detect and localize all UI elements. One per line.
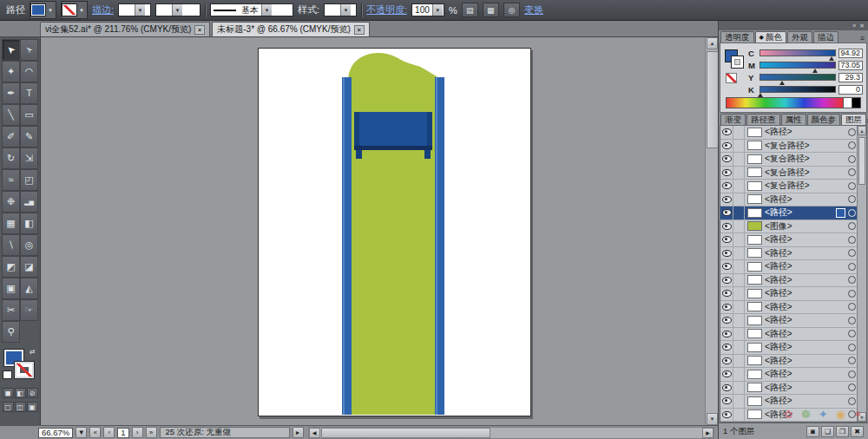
layer-row[interactable]: <路径> bbox=[720, 247, 866, 261]
delete-layer-button[interactable]: ✖ bbox=[851, 426, 864, 437]
slider-track[interactable] bbox=[760, 49, 836, 56]
transform-link[interactable]: 变换 bbox=[524, 3, 543, 16]
layer-row[interactable]: <路径> bbox=[720, 341, 866, 355]
hscroll-thumb[interactable] bbox=[321, 428, 491, 438]
pen-tool[interactable]: ✒ bbox=[2, 82, 20, 104]
prev-page-button[interactable]: ‹ bbox=[103, 427, 115, 438]
chevron-down-icon[interactable]: ▼ bbox=[46, 8, 55, 13]
color-button[interactable]: ◼ bbox=[3, 388, 14, 398]
fill-swatch[interactable] bbox=[31, 4, 45, 16]
visibility-toggle[interactable] bbox=[720, 233, 733, 246]
visibility-toggle[interactable] bbox=[720, 328, 733, 341]
new-sublayer-button[interactable]: ❏ bbox=[821, 426, 834, 437]
symbol-sprayer-tool[interactable]: ❉ bbox=[2, 191, 20, 213]
target-icon[interactable] bbox=[848, 168, 856, 176]
slider-value-field[interactable]: 29.3 bbox=[838, 73, 863, 82]
standard-screen-mode-button[interactable]: ▢ bbox=[3, 402, 14, 412]
none-icon[interactable] bbox=[726, 73, 737, 83]
layer-row[interactable]: <路径> bbox=[720, 301, 866, 315]
layer-row[interactable]: <复合路径> bbox=[720, 180, 866, 193]
visibility-toggle[interactable] bbox=[720, 368, 733, 381]
scale-tool[interactable]: ⇲ bbox=[20, 147, 38, 169]
target-icon[interactable] bbox=[848, 290, 856, 298]
lock-cell[interactable] bbox=[733, 287, 745, 300]
target-icon[interactable] bbox=[848, 182, 856, 190]
lock-cell[interactable] bbox=[733, 193, 745, 206]
default-fill-stroke-icon[interactable] bbox=[3, 370, 12, 379]
warp-tool[interactable]: ≈ bbox=[2, 169, 20, 191]
first-page-button[interactable]: « bbox=[89, 427, 101, 438]
scroll-down-icon[interactable]: ▼ bbox=[858, 412, 866, 422]
layer-row[interactable]: <路径> bbox=[720, 314, 866, 328]
tab-pathfinder[interactable]: 路径查 bbox=[746, 114, 780, 125]
zoom-field[interactable]: 66.67% bbox=[38, 428, 73, 438]
target-icon[interactable] bbox=[848, 317, 856, 324]
tab-layers[interactable]: 图层 bbox=[841, 114, 866, 125]
page-field[interactable]: 1 bbox=[117, 428, 128, 438]
rectangle-tool[interactable]: ▭ bbox=[20, 104, 38, 126]
layer-row[interactable]: <路径> bbox=[720, 395, 866, 409]
lock-cell[interactable] bbox=[733, 355, 745, 368]
layer-row[interactable]: <路径> bbox=[720, 328, 866, 342]
lock-cell[interactable] bbox=[733, 153, 745, 166]
selection-tool[interactable]: ➤ bbox=[2, 39, 20, 61]
eyedropper-tool[interactable]: ∖ bbox=[2, 234, 20, 256]
paintbrush-tool[interactable]: ✐ bbox=[2, 126, 20, 147]
stroke-swatch-large[interactable] bbox=[15, 362, 34, 378]
layers-scrollbar[interactable]: ▲ ▼ bbox=[857, 126, 866, 422]
chevron-down-icon[interactable]: ▼ bbox=[135, 4, 145, 16]
tab-gradient[interactable]: 渐变 bbox=[720, 114, 746, 125]
free-transform-tool[interactable]: ◰ bbox=[20, 169, 38, 191]
visibility-toggle[interactable] bbox=[720, 193, 733, 206]
lock-cell[interactable] bbox=[733, 382, 745, 395]
type-tool[interactable]: T bbox=[20, 82, 38, 104]
canvas-area[interactable] bbox=[41, 37, 705, 425]
target-icon[interactable] bbox=[848, 330, 856, 337]
visibility-toggle[interactable] bbox=[720, 153, 733, 166]
reselect-icon[interactable]: ◎ bbox=[503, 3, 520, 17]
target-icon[interactable] bbox=[848, 141, 856, 149]
status-flyout-icon[interactable]: ▸ bbox=[293, 427, 304, 438]
lock-cell[interactable] bbox=[733, 180, 745, 193]
lock-cell[interactable] bbox=[733, 247, 745, 260]
visibility-toggle[interactable] bbox=[720, 355, 733, 368]
stroke-weight-combo[interactable]: ▼ bbox=[118, 3, 151, 16]
scroll-down-icon[interactable]: ▼ bbox=[707, 413, 718, 425]
scroll-left-icon[interactable]: ◀ bbox=[309, 428, 320, 438]
target-icon[interactable] bbox=[848, 249, 856, 257]
white-swatch[interactable] bbox=[843, 98, 852, 108]
tab-color[interactable]: ◆颜色 bbox=[755, 31, 786, 43]
visibility-toggle[interactable] bbox=[720, 274, 733, 287]
panel-menu-icon[interactable]: ≡ bbox=[860, 34, 865, 43]
live-paint-bucket-tool[interactable]: ◩ bbox=[2, 256, 20, 278]
new-layer-button[interactable]: ❐ bbox=[836, 426, 849, 437]
chevron-down-icon[interactable]: ▼ bbox=[172, 4, 182, 16]
tab-color-guide[interactable]: 颜色参 bbox=[807, 114, 841, 125]
layer-row[interactable]: <路径> bbox=[720, 368, 866, 382]
slider-value-field[interactable]: 0 bbox=[838, 85, 863, 95]
visibility-toggle[interactable] bbox=[720, 409, 733, 422]
document-grid-icon[interactable]: ▦ bbox=[483, 3, 499, 17]
stroke-color-picker[interactable]: ▼ bbox=[61, 1, 88, 19]
layer-row[interactable]: <路径> bbox=[720, 409, 866, 423]
lock-cell[interactable] bbox=[733, 368, 745, 381]
visibility-toggle[interactable] bbox=[720, 167, 733, 180]
tab-transparency[interactable]: 透明度 bbox=[720, 31, 754, 43]
target-icon[interactable] bbox=[848, 357, 856, 364]
slider-track[interactable] bbox=[760, 74, 836, 81]
slider-track[interactable] bbox=[760, 62, 836, 69]
target-icon[interactable] bbox=[848, 236, 856, 244]
close-icon[interactable]: ✕ bbox=[194, 25, 205, 35]
hand-tool[interactable]: ☞ bbox=[20, 299, 38, 321]
layer-row[interactable]: <路径> bbox=[720, 126, 866, 140]
lock-cell[interactable] bbox=[733, 341, 745, 354]
lock-cell[interactable] bbox=[733, 260, 745, 273]
chevron-down-icon[interactable]: ▼ bbox=[432, 4, 443, 16]
document-tab[interactable]: vi全集52.ai* @ 211.76% (CMYK/预览)✕ bbox=[40, 22, 210, 36]
slider-marker-icon[interactable] bbox=[812, 69, 818, 73]
gradient-button[interactable]: ◧ bbox=[15, 388, 26, 398]
visibility-toggle[interactable] bbox=[720, 301, 733, 314]
stroke-none-swatch[interactable] bbox=[62, 4, 76, 16]
layer-row[interactable]: <复合路径> bbox=[720, 167, 866, 180]
lock-cell[interactable] bbox=[733, 301, 745, 314]
